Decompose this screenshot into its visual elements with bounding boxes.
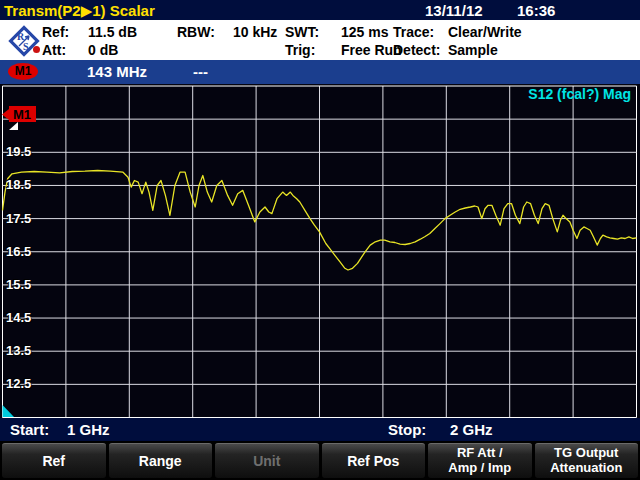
y-axis-tick-label: 14.5: [6, 310, 46, 326]
ref-setting: Ref:11.5 dB: [42, 24, 137, 40]
marker-m1-badge[interactable]: M1: [8, 63, 38, 80]
rbw-label: RBW:: [177, 24, 233, 40]
ref-label: Ref:: [42, 24, 88, 40]
svg-text:S: S: [23, 41, 29, 52]
marker-readout-bar: M1 143 MHz ---: [0, 60, 640, 84]
y-axis-tick-label: 17.5: [6, 211, 46, 227]
marker-frequency: 143 MHz: [87, 63, 147, 80]
start-value: 1 GHz: [67, 421, 110, 438]
date-display: 13/11/12: [425, 2, 483, 19]
stop-value: 2 GHz: [450, 421, 493, 438]
marker-amplitude: ---: [193, 63, 208, 80]
time-display: 16:36: [517, 2, 555, 19]
measurement-graph: M1 19.518.517.516.515.514.513.512.5 S12 …: [0, 84, 640, 418]
att-value: 0 dB: [88, 42, 118, 58]
trace-mode-label: S12 (fcal?) Mag: [528, 86, 631, 102]
frequency-bar: Start: 1 GHz Stop: 2 GHz: [0, 418, 640, 441]
trace-label: Trace:: [393, 24, 448, 40]
marker-position-icon: [9, 122, 18, 130]
trace-value: Clear/Write: [448, 24, 522, 40]
rs-logo: R S: [6, 23, 42, 59]
softkey-label: Ref Pos: [347, 453, 399, 469]
softkey-ref[interactable]: Ref: [2, 443, 106, 478]
softkey-ref-pos[interactable]: Ref Pos: [322, 443, 426, 478]
y-axis-tick-label: 16.5: [6, 244, 46, 260]
softkey-rf-att-amp-imp[interactable]: RF Att /Amp / Imp: [428, 443, 532, 478]
softkey-bar: RefRangeUnitRef PosRF Att /Amp / ImpTG O…: [0, 441, 640, 480]
softkey-unit: Unit: [215, 443, 319, 478]
plot-svg: M1: [0, 84, 640, 418]
marker-m1-flag[interactable]: M1: [2, 106, 36, 130]
detect-setting: Detect:Sample: [393, 42, 498, 58]
rbw-value: 10 kHz: [233, 24, 277, 40]
y-axis-tick-label: 19.5: [6, 144, 46, 160]
stop-label: Stop:: [388, 421, 426, 438]
y-axis-tick-label: 12.5: [6, 376, 46, 392]
softkey-label: RF Att /: [457, 446, 503, 461]
detect-label: Detect:: [393, 42, 448, 58]
softkey-label: TG Output: [554, 446, 618, 461]
softkey-label: Amp / Imp: [448, 461, 511, 476]
trace-setting: Trace:Clear/Write: [393, 24, 522, 40]
softkey-label: Range: [139, 453, 182, 469]
measurement-title: Transm(P2▶1) Scalar: [4, 2, 155, 20]
start-label: Start:: [10, 421, 49, 438]
trig-setting: Trig:Free Run: [285, 42, 402, 58]
grid-lines: [3, 86, 637, 418]
swt-label: SWT:: [285, 24, 341, 40]
softkey-label: Attenuation: [550, 461, 622, 476]
att-label: Att:: [42, 42, 88, 58]
trig-label: Trig:: [285, 42, 341, 58]
softkey-tg-output-attenuation[interactable]: TG OutputAttenuation: [535, 443, 639, 478]
att-setting: Att:0 dB: [42, 42, 118, 58]
y-axis-tick-label: 13.5: [6, 343, 46, 359]
marker-m1-flag-label: M1: [13, 107, 31, 122]
softkey-range[interactable]: Range: [109, 443, 213, 478]
softkey-label: Ref: [42, 453, 65, 469]
y-axis-tick-label: 15.5: [6, 277, 46, 293]
ref-value: 11.5 dB: [88, 24, 137, 40]
att-indicator-dot: [33, 46, 40, 53]
analyzer-screen: Transm(P2▶1) Scalar 13/11/12 16:36 R S R…: [0, 0, 640, 480]
swt-value: 125 ms: [341, 24, 388, 40]
settings-band: R S Ref:11.5 dB Att:0 dB RBW:10 kHz SWT:…: [0, 20, 640, 60]
rbw-setting: RBW:10 kHz: [177, 24, 277, 40]
ref-corner-icon: [3, 405, 15, 417]
softkey-label: Unit: [253, 453, 280, 469]
y-axis-tick-label: 18.5: [6, 177, 46, 193]
swt-setting: SWT:125 ms: [285, 24, 388, 40]
title-bar: Transm(P2▶1) Scalar 13/11/12 16:36: [0, 0, 640, 20]
detect-value: Sample: [448, 42, 498, 58]
